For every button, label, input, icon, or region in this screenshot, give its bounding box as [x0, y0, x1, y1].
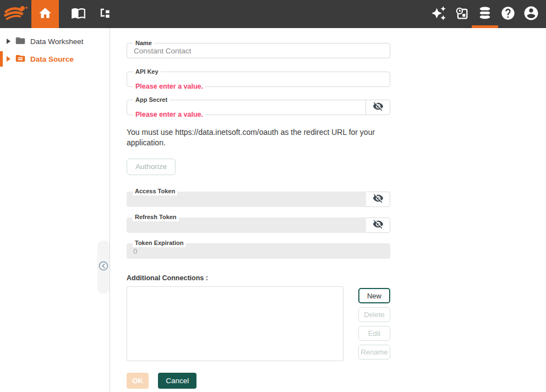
ok-button[interactable]: OK	[127, 373, 149, 389]
data-tab-button[interactable]	[473, 0, 496, 28]
refresh-token-field: Refresh Token	[127, 217, 366, 233]
sidebar-item-label: Data Worksheet	[30, 37, 84, 46]
token-expiration-field: Token Expiration	[127, 243, 390, 259]
name-input[interactable]	[127, 43, 390, 58]
sidebar-item-data-source[interactable]: Data Source	[0, 50, 110, 68]
api-key-field-label: API Key	[133, 68, 161, 76]
eye-off-icon	[373, 193, 384, 206]
refresh-token-visibility-toggle[interactable]	[365, 217, 390, 233]
data-source-settings-panel: Name API Key Please enter a value. App S…	[110, 28, 546, 392]
folder-icon	[15, 36, 25, 47]
name-field: Name	[127, 43, 390, 58]
book-icon	[71, 6, 86, 23]
caret-right-icon[interactable]	[6, 56, 10, 62]
new-connection-button[interactable]: New	[358, 288, 390, 303]
access-token-visibility-toggle[interactable]	[365, 192, 390, 207]
top-navbar	[0, 0, 546, 28]
tree-button[interactable]	[95, 0, 114, 28]
database-icon	[477, 6, 493, 23]
app-secret-visibility-toggle[interactable]	[365, 100, 390, 115]
edit-connection-button[interactable]: Edit	[358, 326, 390, 341]
sparkles-icon	[431, 6, 446, 23]
sidebar: Data Worksheet Data Source	[0, 28, 110, 392]
account-icon	[523, 5, 539, 24]
tree-icon	[97, 6, 112, 23]
account-button[interactable]	[520, 0, 543, 28]
book-button[interactable]	[69, 0, 88, 28]
sidebar-item-label: Data Source	[30, 55, 74, 63]
access-token-field: Access Token	[127, 192, 366, 207]
cancel-button[interactable]: Cancel	[158, 373, 196, 389]
authorize-button[interactable]: Authorize	[127, 159, 176, 175]
caret-right-icon[interactable]	[6, 39, 10, 44]
additional-connections-list[interactable]	[127, 286, 343, 361]
help-icon	[500, 6, 516, 23]
help-button[interactable]	[496, 0, 520, 28]
ai-assistant-button[interactable]	[427, 0, 450, 28]
eye-off-icon	[373, 101, 384, 114]
eye-off-icon	[373, 219, 384, 232]
refresh-token-field-label: Refresh Token	[133, 213, 179, 221]
app-secret-error: Please enter a value.	[133, 111, 205, 119]
app-secret-field: App Secret Please enter a value.	[127, 100, 366, 115]
inetsoft-logo-icon	[0, 0, 31, 28]
sidebar-item-data-worksheet[interactable]: Data Worksheet	[0, 32, 110, 50]
rename-connection-button[interactable]: Rename	[358, 345, 390, 360]
home-button[interactable]	[31, 0, 59, 28]
chevron-left-circle-icon	[99, 261, 108, 273]
access-token-field-label: Access Token	[133, 187, 177, 195]
name-field-label: Name	[133, 39, 154, 47]
token-expiration-field-label: Token Expiration	[133, 239, 185, 247]
schedule-button[interactable]	[450, 0, 473, 28]
schedule-snapshot-icon	[454, 6, 469, 23]
sidebar-collapse-handle[interactable]	[97, 241, 110, 293]
redirect-url-note: You must use https://data.inetsoft.com/o…	[127, 127, 381, 148]
api-key-field: API Key Please enter a value.	[127, 72, 390, 87]
data-source-folder-icon	[15, 54, 25, 64]
active-item-bar	[0, 51, 3, 67]
additional-connections-label: Additional Connections :	[127, 274, 390, 282]
api-key-error: Please enter a value.	[133, 83, 205, 91]
delete-connection-button[interactable]: Delete	[358, 307, 390, 322]
home-icon	[38, 6, 52, 23]
app-secret-field-label: App Secret	[133, 96, 170, 104]
